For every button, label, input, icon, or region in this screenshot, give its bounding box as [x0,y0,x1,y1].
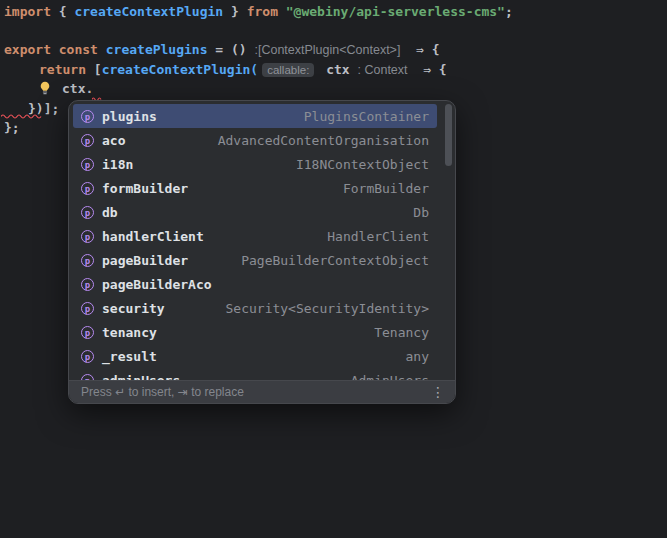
property-icon: p [81,350,94,363]
code-token: ; [505,4,513,19]
type-inlay-hint: : Context [358,63,408,77]
parameter-name-inlay-hint: callable: [262,63,314,77]
property-icon: p [81,254,94,267]
completion-item-security[interactable]: psecuritySecurity<SecurityIdentity> [73,296,437,320]
completion-item-type: PageBuilderContextObject [241,253,429,268]
code-line-return[interactable]: return [createContextPlugin(callable: ct… [39,61,447,79]
completion-item-name: security [102,301,165,316]
completion-item-result[interactable]: p_resultany [73,344,437,368]
code-token: ⇒ { [408,62,447,77]
autocomplete-popup: ppluginsPluginsContainer pacoAdvancedCon… [68,100,456,404]
return-type-inlay-hint: :[ContextPlugin<Context>] [254,43,400,57]
code-line-import[interactable]: import { createContextPlugin } from "@we… [4,3,513,20]
error-squiggle-line [1,113,43,119]
property-icon: p [81,182,94,195]
completion-item-name: adminUsers [102,373,180,381]
code-token: ctx. [62,81,93,96]
completion-hint-text: Press ↵ to insert, ⇥ to replace [81,385,431,399]
more-options-icon[interactable]: ⋮ [431,385,445,399]
completion-item-plugins[interactable]: ppluginsPluginsContainer [73,104,437,128]
completion-item-name: pageBuilderAco [102,277,212,292]
completion-item-handlerClient[interactable]: phandlerClientHandlerClient [73,224,437,248]
code-token: ctx [318,62,357,77]
code-token: from [247,4,286,19]
completion-item-name: handlerClient [102,229,204,244]
completion-list: ppluginsPluginsContainer pacoAdvancedCon… [73,104,437,380]
code-token: createContextPlugin( [102,62,259,77]
completion-item-type: FormBuilder [343,181,429,196]
completion-item-adminUsers[interactable]: padminUsersAdminUsers [73,368,437,380]
code-line-export[interactable]: export const createPlugins = () :[Contex… [4,41,440,59]
completion-item-type: HandlerClient [327,229,429,244]
completion-item-type: Db [413,205,429,220]
code-token: } [223,4,246,19]
completion-item-name: i18n [102,157,133,172]
property-icon: p [81,158,94,171]
completion-item-name: plugins [102,109,157,124]
completion-item-pageBuilder[interactable]: ppageBuilderPageBuilderContextObject [73,248,437,272]
completion-item-type: Security<SecurityIdentity> [226,301,430,316]
property-icon: p [81,110,94,123]
code-line-close-brace[interactable]: }; [4,119,20,136]
completion-item-type: I18NContextObject [296,157,429,172]
code-token: [ [94,62,102,77]
code-token: }; [4,120,20,135]
code-token: "@webiny/api-serverless-cms" [286,4,505,19]
completion-item-name: tenancy [102,325,157,340]
intention-lightbulb-icon[interactable] [38,81,52,95]
property-icon: p [81,230,94,243]
completion-item-pageBuilderAco[interactable]: ppageBuilderAco [73,272,437,296]
completion-item-i18n[interactable]: pi18nI18NContextObject [73,152,437,176]
completion-item-name: pageBuilder [102,253,188,268]
code-token: return [39,62,94,77]
popup-scrollbar-thumb[interactable] [445,104,452,166]
completion-item-type: any [406,349,429,364]
completion-item-type: AdvancedContentOrganisation [218,133,429,148]
completion-item-name: aco [102,133,125,148]
completion-item-formBuilder[interactable]: pformBuilderFormBuilder [73,176,437,200]
code-token: export const [4,42,106,57]
completion-item-tenancy[interactable]: ptenancyTenancy [73,320,437,344]
completion-item-aco[interactable]: pacoAdvancedContentOrganisation [73,128,437,152]
code-token: ⇒ { [400,42,439,57]
completion-item-name: db [102,205,118,220]
property-icon: p [81,134,94,147]
completion-item-name: formBuilder [102,181,188,196]
completion-item-db[interactable]: pdbDb [73,200,437,224]
code-token: import [4,4,59,19]
code-token: createContextPlugin [74,4,223,19]
property-icon: p [81,302,94,315]
property-icon: p [81,326,94,339]
completion-item-type: Tenancy [374,325,429,340]
popup-footer: Press ↵ to insert, ⇥ to replace ⋮ [69,380,455,403]
completion-item-type: AdminUsers [351,373,429,381]
code-token: { [59,4,75,19]
completion-item-type: PluginsContainer [304,109,429,124]
property-icon: p [81,278,94,291]
code-token: createPlugins [106,42,208,57]
completion-item-name: _result [102,349,157,364]
property-icon: p [81,206,94,219]
code-token: = () [208,42,255,57]
code-line-ctx[interactable]: ctx. [62,80,93,97]
